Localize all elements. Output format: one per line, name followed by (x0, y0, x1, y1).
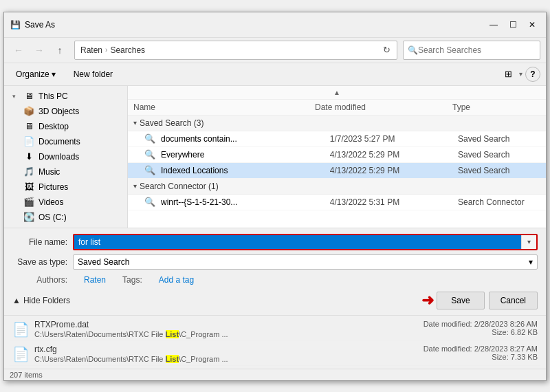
sidebar-item-desktop[interactable]: 🖥 Desktop (4, 119, 127, 134)
maximize-button[interactable]: ☐ (505, 17, 521, 33)
file-date: 4/13/2022 5:31 PM (330, 197, 452, 207)
sidebar-item-thispc[interactable]: ▾ 🖥 This PC (4, 89, 127, 104)
header-name[interactable]: Name (133, 102, 309, 112)
filename-label: File name: (12, 237, 67, 247)
file-date: 4/13/2022 5:29 PM (330, 150, 452, 160)
save-button[interactable]: Save (437, 292, 484, 309)
saveas-combo[interactable]: Saved Search ▾ (73, 254, 538, 270)
address-bar[interactable]: Raten › Searches ↻ (74, 41, 397, 60)
header-date[interactable]: Date modified (315, 102, 447, 112)
sidebar-label-documents: Documents (38, 137, 80, 146)
file-path: C:\Users\Raten\Documents\RTXC File List\… (34, 355, 418, 363)
address-part-raten[interactable]: Raten (80, 45, 102, 55)
background-file-strip: 📄 RTXProme.dat C:\Users\Raten\Documents\… (4, 315, 546, 369)
saveas-value: Saved Search (78, 257, 129, 267)
search-box[interactable]: 🔍 (403, 41, 540, 60)
sidebar-label-music: Music (38, 167, 60, 177)
up-button[interactable]: ↑ (51, 41, 69, 59)
organize-arrow-icon: ▾ (52, 69, 56, 79)
sidebar-label-pictures: Pictures (38, 182, 68, 192)
saveas-row: Save as type: Saved Search ▾ (12, 254, 538, 270)
status-text: 207 items (10, 371, 43, 379)
filename-row: File name: ▾ (12, 234, 538, 250)
sidebar-label-3dobjects: 3D Objects (38, 107, 79, 116)
chevron-up-icon: ▲ (12, 296, 21, 305)
group-header-savedsearch[interactable]: ▾ Saved Search (3) (128, 116, 546, 131)
cancel-button[interactable]: Cancel (489, 292, 538, 309)
list-item[interactable]: 📄 RTXProme.dat C:\Users\Raten\Documents\… (10, 318, 540, 341)
dialog-icon: 💾 (10, 19, 21, 30)
view-arrow-icon: ▾ (519, 70, 522, 78)
back-button[interactable]: ← (10, 41, 28, 59)
file-icon: 📄 (12, 345, 29, 364)
sidebar-label-downloads: Downloads (38, 152, 79, 162)
file-meta: Date modified: 2/28/2023 8:27 AM Size: 7… (424, 345, 538, 361)
sidebar: ▾ 🖥 This PC 📦 3D Objects 🖥 Desktop 📄 Doc… (4, 86, 128, 228)
3dobjects-icon: 📦 (23, 106, 34, 117)
save-area: ➜ Save (421, 292, 484, 309)
file-meta: Date modified: 2/28/2023 8:26 AM Size: 6… (424, 320, 538, 336)
meta-row: Authors: Raten Tags: Add a tag (12, 274, 538, 286)
sidebar-item-downloads[interactable]: ⬇ Downloads (4, 149, 127, 164)
expand-icon: ▾ (12, 93, 19, 100)
new-folder-label: New folder (74, 69, 113, 79)
search-input[interactable] (418, 45, 536, 55)
sidebar-label-thispc: This PC (38, 91, 68, 101)
close-button[interactable]: ✕ (524, 17, 540, 33)
address-part-searches[interactable]: Searches (110, 45, 145, 55)
organize-button[interactable]: Organize ▾ (10, 67, 62, 82)
sidebar-item-osc[interactable]: 💽 OS (C:) (4, 210, 127, 225)
filename-input[interactable] (74, 235, 521, 249)
file-icon: 🔍 (144, 149, 155, 160)
sidebar-item-pictures[interactable]: 🖼 Pictures (4, 179, 127, 195)
filename-dropdown-button[interactable]: ▾ (521, 235, 536, 249)
main-content: ▾ 🖥 This PC 📦 3D Objects 🖥 Desktop 📄 Doc… (4, 86, 546, 228)
red-arrow-icon: ➜ (421, 292, 434, 309)
desktop-icon: 🖥 (23, 121, 34, 132)
videos-icon: 🎬 (23, 197, 34, 208)
sidebar-item-3dobjects[interactable]: 📦 3D Objects (4, 104, 127, 119)
file-date: 4/13/2022 5:29 PM (330, 166, 452, 175)
title-bar: 💾 Save As — ☐ ✕ (4, 12, 546, 38)
sidebar-item-documents[interactable]: 📄 Documents (4, 134, 127, 149)
sidebar-label-desktop: Desktop (38, 122, 69, 131)
sidebar-item-videos[interactable]: 🎬 Videos (4, 195, 127, 210)
table-row[interactable]: 🔍 winrt--{S-1-5-21-30... 4/13/2022 5:31 … (128, 195, 546, 210)
file-icon: 🔍 (144, 197, 155, 208)
address-arrow: › (105, 46, 107, 54)
minimize-button[interactable]: — (485, 17, 502, 33)
sidebar-item-music[interactable]: 🎵 Music (4, 164, 127, 179)
authors-value[interactable]: Raten (84, 275, 106, 285)
saveas-label: Save as type: (12, 257, 67, 267)
file-name: Everywhere (161, 150, 324, 160)
table-row[interactable]: 🔍 Indexed Locations 4/13/2022 5:29 PM Sa… (128, 163, 546, 179)
address-text: Raten › Searches (78, 45, 379, 55)
view-buttons: ⊞ ▾ ? (500, 66, 540, 83)
chevron-down-icon: ▾ (133, 182, 137, 190)
file-type: Search Connector (458, 197, 540, 207)
list-item[interactable]: 📄 rtx.cfg C:\Users\Raten\Documents\RTXC … (10, 343, 540, 366)
table-row[interactable]: 🔍 Everywhere 4/13/2022 5:29 PM Saved Sea… (128, 147, 546, 163)
save-as-dialog: 💾 Save As — ☐ ✕ ← → ↑ Raten › Searches ↻… (3, 12, 547, 381)
file-name: rtx.cfg (34, 345, 418, 354)
hide-folders-button[interactable]: ▲ Hide Folders (12, 296, 70, 305)
new-folder-button[interactable]: New folder (67, 67, 119, 82)
view-toggle-button[interactable]: ⊞ (500, 66, 516, 83)
forward-button[interactable]: → (30, 41, 48, 59)
documents-icon: 📄 (23, 136, 34, 147)
music-icon: 🎵 (23, 166, 34, 177)
thispc-icon: 🖥 (23, 91, 34, 102)
file-name: winrt--{S-1-5-21-30... (161, 197, 324, 207)
help-button[interactable]: ? (525, 67, 540, 82)
downloads-icon: ⬇ (23, 151, 34, 162)
tags-value[interactable]: Add a tag (159, 275, 194, 285)
file-date: Date modified: 2/28/2023 8:26 AM (424, 320, 538, 328)
table-row[interactable]: 🔍 documents contain... 1/7/2023 5:27 PM … (128, 131, 546, 147)
file-icon: 🔍 (144, 165, 155, 176)
group-header-searchconnector[interactable]: ▾ Search Connector (1) (128, 179, 546, 195)
address-refresh-button[interactable]: ↻ (379, 43, 394, 58)
header-type[interactable]: Type (452, 102, 540, 112)
file-date: 1/7/2023 5:27 PM (330, 134, 452, 144)
status-bar: 207 items (4, 369, 546, 380)
authors-label: Authors: (12, 275, 67, 285)
